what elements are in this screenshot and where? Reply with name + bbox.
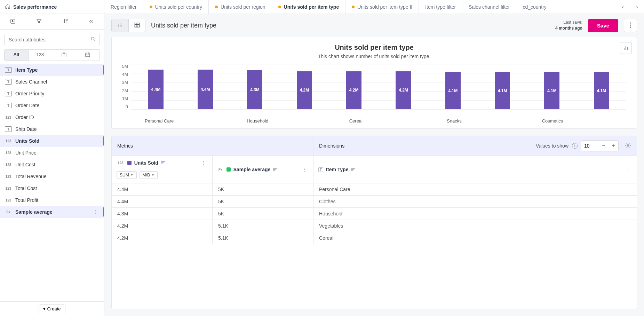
- x-tick: Personal Care: [135, 118, 184, 124]
- values-to-show-input[interactable]: [581, 141, 599, 151]
- tab-5[interactable]: Item type filter: [419, 0, 462, 14]
- tab-next-button[interactable]: ›: [630, 0, 644, 14]
- chevron-down-icon: ▾: [43, 306, 46, 311]
- attribute-label: Unit Cost: [15, 162, 99, 167]
- sidebar-tab-filter[interactable]: [26, 14, 52, 29]
- type-badge-icon: T: [5, 126, 12, 132]
- sidebar-tab-chart-settings[interactable]: [52, 14, 78, 29]
- tab-1[interactable]: Units sold per country: [143, 0, 209, 14]
- chart-title: Units sold per item type: [122, 44, 626, 52]
- bar-slot: 4.1M: [527, 64, 577, 109]
- attribute-item[interactable]: 123Unit Price: [0, 147, 104, 159]
- filter-text[interactable]: T: [52, 49, 76, 61]
- bar[interactable]: 4.4M: [198, 70, 213, 109]
- create-label: Create: [47, 306, 61, 311]
- attribute-item[interactable]: 123Total Revenue: [0, 171, 104, 182]
- sidebar-collapse-button[interactable]: [78, 14, 104, 29]
- attribute-item[interactable]: TItem Type: [0, 64, 104, 76]
- attribute-item[interactable]: 123Order ID: [0, 111, 104, 123]
- dimension-item-type-header[interactable]: T Item Type ⋮: [313, 156, 637, 183]
- type-badge-icon: T: [5, 91, 12, 96]
- bar-value-label: 4.4M: [151, 87, 160, 92]
- table-icon: [134, 22, 140, 29]
- x-axis: Personal CareHouseholdCerealSnacksCosmet…: [135, 118, 626, 124]
- sidebar-tab-attributes[interactable]: [0, 14, 26, 29]
- bar[interactable]: 4.4M: [148, 70, 164, 109]
- x-tick: [479, 118, 528, 124]
- attribute-item[interactable]: 123Total Cost: [0, 182, 104, 194]
- view-table-button[interactable]: [128, 19, 145, 32]
- kebab-icon[interactable]: ⋮: [624, 167, 632, 172]
- tab-3[interactable]: Units sold per item type: [272, 0, 346, 14]
- bar[interactable]: 4.2M: [346, 71, 361, 109]
- last-save-value: 4 months ago: [555, 25, 582, 31]
- metric-units-sold-header[interactable]: 123 Units Sold ⋮ SUM▼ M/B▼: [112, 156, 213, 183]
- tab-4[interactable]: Units sold per item type II: [345, 0, 419, 14]
- values-to-show-label: Values to show: [536, 143, 569, 149]
- metric-sample-avg-header[interactable]: Fx Sample average ⋮: [213, 156, 313, 183]
- attribute-label: Ship Date: [15, 126, 99, 132]
- more-menu-button[interactable]: [624, 19, 637, 32]
- attribute-item[interactable]: 123Unit Cost: [0, 159, 104, 171]
- cell-sample: 5K: [213, 208, 313, 220]
- attribute-item[interactable]: TOrder Date: [0, 100, 104, 111]
- cell-sample: 5K: [213, 196, 313, 207]
- attribute-item[interactable]: TSales Channel: [0, 76, 104, 88]
- filter-all[interactable]: All: [4, 49, 29, 61]
- filter-numeric[interactable]: 123: [29, 49, 53, 61]
- bar[interactable]: 4.1M: [495, 72, 510, 109]
- bar[interactable]: 4.3M: [247, 70, 262, 109]
- gear-icon[interactable]: [625, 142, 631, 150]
- cell-dim: Vegetables: [313, 220, 637, 232]
- attribute-list: TItem TypeTSales ChannelTOrder PriorityT…: [0, 64, 104, 301]
- search-input[interactable]: [8, 37, 88, 43]
- format-select[interactable]: M/B▼: [140, 171, 158, 179]
- bar[interactable]: 4.2M: [396, 71, 411, 109]
- tab-0[interactable]: Region filter: [104, 0, 143, 14]
- sort-icon[interactable]: [273, 168, 277, 171]
- bar-value-label: 4.2M: [399, 88, 408, 93]
- dimensions-label: Dimensions: [319, 143, 344, 149]
- kebab-icon[interactable]: ⋮: [301, 167, 308, 172]
- save-button[interactable]: Save: [588, 19, 618, 32]
- metrics-header: Metrics: [112, 136, 313, 156]
- bar[interactable]: 4.2M: [297, 71, 312, 109]
- attribute-item[interactable]: TOrder Priority: [0, 88, 104, 100]
- view-chart-button[interactable]: [112, 19, 128, 32]
- info-icon[interactable]: i: [572, 143, 578, 149]
- stepper-minus[interactable]: −: [599, 141, 609, 151]
- kebab-icon[interactable]: ⋮: [200, 160, 207, 166]
- tab-prev-button[interactable]: ‹: [616, 0, 630, 14]
- tab-strip: Region filterUnits sold per countryUnits…: [104, 0, 616, 14]
- filter-icon: [36, 18, 42, 25]
- type-badge-icon: T: [5, 103, 12, 108]
- tab-6[interactable]: Sales channel filter: [462, 0, 516, 14]
- sort-desc-icon[interactable]: [161, 161, 165, 164]
- search-icon: [90, 36, 96, 43]
- filter-date[interactable]: [76, 49, 100, 61]
- chart-type-button[interactable]: [620, 42, 632, 54]
- bar[interactable]: 4.1M: [544, 72, 559, 109]
- top-bar: Sales performance Region filterUnits sol…: [0, 0, 644, 14]
- attribute-label: Order Priority: [15, 91, 99, 96]
- sort-icon[interactable]: [351, 168, 355, 171]
- metrics-dimensions-panel: Metrics Dimensions Values to show i − +: [111, 136, 637, 309]
- tab-2[interactable]: Units sold per region: [209, 0, 272, 14]
- attribute-item[interactable]: 123Total Profit: [0, 194, 104, 206]
- attribute-item[interactable]: TShip Date: [0, 123, 104, 135]
- type-badge-icon: Fx: [5, 209, 12, 215]
- create-button[interactable]: ▾ Create: [39, 305, 65, 313]
- stepper-plus[interactable]: +: [609, 141, 618, 151]
- x-tick: [184, 118, 233, 124]
- cell-dim: Household: [313, 208, 637, 220]
- aggregation-select[interactable]: SUM▼: [117, 171, 137, 179]
- text-type-icon: T: [318, 167, 323, 172]
- attribute-item[interactable]: FxSample average⋮: [0, 206, 104, 218]
- attribute-item[interactable]: 123Units Sold: [0, 135, 104, 147]
- bar[interactable]: 4.1M: [594, 72, 609, 109]
- tab-7[interactable]: cd_country: [516, 0, 553, 14]
- kebab-icon[interactable]: ⋮: [92, 209, 99, 215]
- bar[interactable]: 4.1M: [445, 72, 461, 109]
- breadcrumb[interactable]: Sales performance: [0, 0, 104, 14]
- metrics-label: Metrics: [117, 143, 133, 149]
